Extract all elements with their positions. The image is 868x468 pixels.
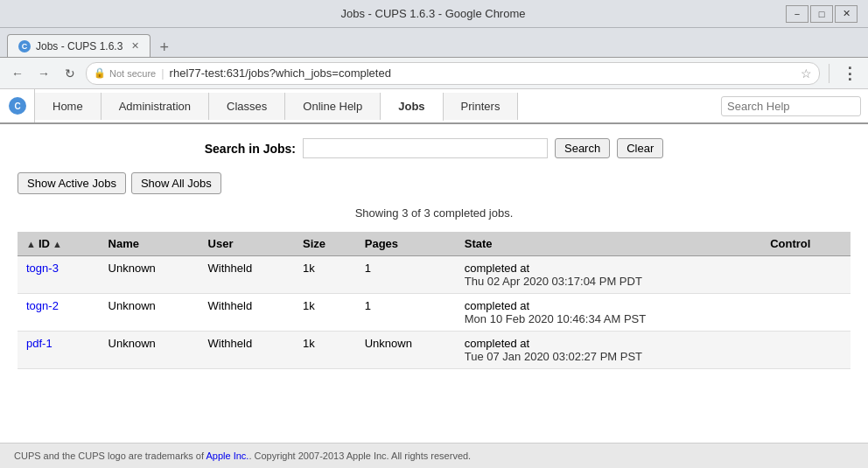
back-button[interactable]: ← <box>7 63 28 84</box>
cell-control <box>761 332 850 369</box>
cell-user: Withheld <box>200 294 294 332</box>
main-content: Search in Jobs: Search Clear Show Active… <box>0 124 868 443</box>
forward-button[interactable]: → <box>33 63 54 84</box>
address-url[interactable]: rhel77-test:631/jobs?which_jobs=complete… <box>170 66 797 80</box>
cell-id: togn-2 <box>18 294 100 332</box>
search-label: Search in Jobs: <box>205 142 296 156</box>
not-secure-text: Not secure <box>109 68 156 79</box>
address-input-wrap[interactable]: 🔒 Not secure | rhel77-test:631/jobs?whic… <box>86 62 820 85</box>
cell-control <box>761 294 850 332</box>
search-row: Search in Jobs: Search Clear <box>18 138 850 158</box>
nav-jobs[interactable]: Jobs <box>381 93 443 122</box>
footer-prefix: CUPS and the CUPS logo are trademarks of <box>14 451 206 461</box>
jobs-table: ▲ ID ▲ Name User Size Pages State Contro… <box>18 232 850 369</box>
footer-suffix: . Copyright 2007-2013 Apple Inc. All rig… <box>248 451 471 461</box>
cell-pages: 1 <box>356 256 456 294</box>
col-header-id[interactable]: ▲ ID ▲ <box>18 232 100 256</box>
cell-pages: Unknown <box>356 332 456 369</box>
table-row: togn-2 Unknown Withheld 1k 1 completed a… <box>18 294 850 332</box>
cell-user: Withheld <box>200 332 294 369</box>
reload-button[interactable]: ↻ <box>60 63 80 84</box>
search-input[interactable] <box>303 138 548 158</box>
cell-size: 1k <box>294 294 356 332</box>
cell-state: completed at Thu 02 Apr 2020 03:17:04 PM… <box>456 256 761 294</box>
show-active-jobs-button[interactable]: Show Active Jobs <box>18 172 126 194</box>
tab-bar: C Jobs - CUPS 1.6.3 ✕ + <box>0 28 868 58</box>
state-line1: completed at <box>465 262 752 275</box>
nav-online-help[interactable]: Online Help <box>285 93 381 120</box>
table-row: togn-3 Unknown Withheld 1k 1 completed a… <box>18 256 850 294</box>
job-id-link[interactable]: pdf-1 <box>26 337 52 350</box>
cell-size: 1k <box>294 332 356 369</box>
state-line1: completed at <box>465 299 752 312</box>
col-header-pages: Pages <box>356 232 456 256</box>
table-header-row: ▲ ID ▲ Name User Size Pages State Contro… <box>18 232 850 256</box>
cell-state: completed at Tue 07 Jan 2020 03:02:27 PM… <box>456 332 761 369</box>
cell-name: Unknown <box>100 256 200 294</box>
cups-logo: C <box>0 89 35 122</box>
cell-pages: 1 <box>356 294 456 332</box>
more-menu-button[interactable]: ⋮ <box>838 64 861 83</box>
minimize-button[interactable]: − <box>786 5 808 23</box>
state-line2: Tue 07 Jan 2020 03:02:27 PM PST <box>465 350 752 363</box>
svg-text:C: C <box>14 101 20 111</box>
col-header-user: User <box>200 232 294 256</box>
cell-name: Unknown <box>100 294 200 332</box>
job-id-link[interactable]: togn-2 <box>26 299 59 312</box>
maximize-button[interactable]: □ <box>810 5 833 23</box>
footer-apple-link[interactable]: Apple Inc. <box>206 451 249 461</box>
search-help-input[interactable] <box>721 96 861 116</box>
action-buttons-row: Show Active Jobs Show All Jobs <box>18 172 850 194</box>
cell-control <box>761 256 850 294</box>
cups-logo-icon: C <box>7 95 28 116</box>
state-line2: Mon 10 Feb 2020 10:46:34 AM PST <box>465 312 752 325</box>
col-header-size: Size <box>294 232 356 256</box>
page-footer: CUPS and the CUPS logo are trademarks of… <box>0 443 868 468</box>
jobs-table-body: togn-3 Unknown Withheld 1k 1 completed a… <box>18 256 850 369</box>
cell-state: completed at Mon 10 Feb 2020 10:46:34 AM… <box>456 294 761 332</box>
window-controls: − □ ✕ <box>786 5 858 23</box>
col-header-name: Name <box>100 232 200 256</box>
cups-nav: C Home Administration Classes Online Hel… <box>0 89 868 124</box>
tab-close-icon[interactable]: ✕ <box>131 40 139 52</box>
window-title: Jobs - CUPS 1.6.3 - Google Chrome <box>80 7 786 20</box>
cell-user: Withheld <box>200 256 294 294</box>
title-bar: Jobs - CUPS 1.6.3 - Google Chrome − □ ✕ <box>0 0 868 28</box>
state-line2: Thu 02 Apr 2020 03:17:04 PM PDT <box>465 275 752 288</box>
new-tab-button[interactable]: + <box>156 38 172 57</box>
search-button[interactable]: Search <box>555 138 610 158</box>
show-all-jobs-button[interactable]: Show All Jobs <box>131 172 221 194</box>
table-header: ▲ ID ▲ Name User Size Pages State Contro… <box>18 232 850 256</box>
nav-home[interactable]: Home <box>35 93 102 120</box>
address-bar: ← → ↻ 🔒 Not secure | rhel77-test:631/job… <box>0 58 868 89</box>
table-row: pdf-1 Unknown Withheld 1k Unknown comple… <box>18 332 850 369</box>
col-id-label: ID <box>38 237 50 250</box>
cell-id: togn-3 <box>18 256 100 294</box>
clear-button[interactable]: Clear <box>617 138 663 158</box>
close-button[interactable]: ✕ <box>835 5 858 23</box>
col-header-state: State <box>456 232 761 256</box>
bookmark-icon[interactable]: ☆ <box>801 66 812 80</box>
nav-tabs: Home Administration Classes Online Help … <box>35 93 714 120</box>
nav-classes[interactable]: Classes <box>209 93 285 120</box>
lock-icon: 🔒 <box>94 67 106 79</box>
state-line1: completed at <box>465 337 752 350</box>
tab-label: Jobs - CUPS 1.6.3 <box>36 40 122 52</box>
page-content: C Home Administration Classes Online Hel… <box>0 89 868 468</box>
col-header-control: Control <box>761 232 850 256</box>
sort-icon-asc: ▲ <box>50 239 62 249</box>
job-id-link[interactable]: togn-3 <box>26 262 59 275</box>
nav-printers[interactable]: Printers <box>444 93 519 120</box>
address-separator: | <box>161 66 164 80</box>
cell-name: Unknown <box>100 332 200 369</box>
cell-size: 1k <box>294 256 356 294</box>
cell-id: pdf-1 <box>18 332 100 369</box>
sort-icon: ▲ <box>26 239 38 249</box>
nav-administration[interactable]: Administration <box>102 93 209 120</box>
showing-text: Showing 3 of 3 completed jobs. <box>18 206 850 220</box>
browser-tab[interactable]: C Jobs - CUPS 1.6.3 ✕ <box>7 34 150 57</box>
toolbar-divider <box>829 64 830 83</box>
tab-favicon: C <box>18 40 31 52</box>
